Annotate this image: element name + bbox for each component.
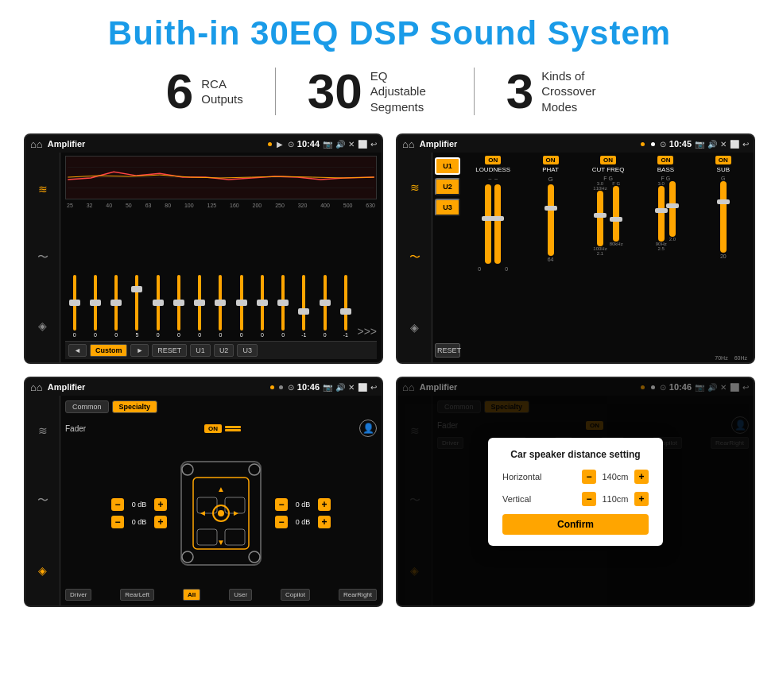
amp-sub-slider[interactable] xyxy=(720,181,727,253)
fader-specialty-tab[interactable]: Specialty xyxy=(112,400,158,413)
fader-right-minus-2[interactable]: − xyxy=(275,516,288,528)
eq-u2-btn[interactable]: U2 xyxy=(214,344,234,357)
dialog-vertical-minus[interactable]: − xyxy=(582,492,596,506)
amp-cutfreq-thumb-1[interactable] xyxy=(594,213,607,218)
eq-slider-thumb-9[interactable] xyxy=(236,300,247,306)
amp-u3-preset[interactable]: U3 xyxy=(435,199,460,216)
fader-left-minus-2[interactable]: − xyxy=(111,516,124,528)
fader-right-plus-1[interactable]: + xyxy=(318,498,331,511)
dialog-horizontal-minus[interactable]: − xyxy=(582,470,596,484)
amp-wave-icon[interactable]: 〜 xyxy=(409,250,421,265)
dialog-horizontal-plus[interactable]: + xyxy=(634,470,649,484)
eq-slider-track-12[interactable] xyxy=(302,275,305,331)
amp-sub-thumb[interactable] xyxy=(717,199,730,204)
fader-user-btn[interactable]: User xyxy=(229,589,252,601)
eq-slider-thumb-4[interactable] xyxy=(131,286,142,292)
eq-slider-track-7[interactable] xyxy=(198,275,201,331)
fader-sidebar-speaker-icon[interactable]: ◈ xyxy=(38,564,47,577)
amp-phat-thumb[interactable] xyxy=(545,206,557,211)
eq-slider-thumb-2[interactable] xyxy=(90,300,101,306)
eq-slider-track-8[interactable] xyxy=(219,275,222,331)
eq-slider-track-14[interactable] xyxy=(344,275,347,331)
eq-slider-track-10[interactable] xyxy=(261,275,264,331)
amp-phat-slider[interactable] xyxy=(548,184,554,256)
amp-u2-preset[interactable]: U2 xyxy=(435,178,460,195)
amp-home-icon[interactable]: ⌂ xyxy=(402,138,415,150)
fader-back-icon[interactable]: ↩ xyxy=(370,383,377,392)
fader-common-tab[interactable]: Common xyxy=(65,400,109,413)
eq-sidebar-eq-icon[interactable]: ≋ xyxy=(38,183,48,195)
eq-back-icon[interactable]: ↩ xyxy=(370,140,377,149)
eq-slider-thumb-3[interactable] xyxy=(110,300,122,306)
amp-cutfreq-slider-2[interactable] xyxy=(613,186,619,242)
fader-left-minus-1[interactable]: − xyxy=(111,498,124,511)
fader-driver-btn[interactable]: Driver xyxy=(65,589,91,601)
eq-slider-thumb-7[interactable] xyxy=(194,300,205,306)
freq-500: 500 xyxy=(343,203,353,208)
eq-slider-track-1[interactable] xyxy=(73,275,76,331)
amp-bass-slider-1[interactable] xyxy=(658,186,665,242)
amp-bass-on[interactable]: ON xyxy=(657,156,673,164)
eq-slider-thumb-10[interactable] xyxy=(257,300,268,306)
eq-slider-thumb-11[interactable] xyxy=(277,300,289,306)
amp-phat-label: PHAT xyxy=(542,166,559,173)
fader-left-plus-2[interactable]: + xyxy=(154,516,167,528)
amp-loudness-thumb-2[interactable] xyxy=(491,216,504,221)
fader-copilot-btn[interactable]: Copilot xyxy=(281,589,310,601)
eq-slider-track-11[interactable] xyxy=(281,275,285,331)
amp-loudness-on[interactable]: ON xyxy=(485,156,501,164)
amp-phat-on[interactable]: ON xyxy=(543,156,559,164)
amp-bass-slider-2[interactable] xyxy=(669,181,676,237)
eq-more-icon[interactable]: >>> xyxy=(358,325,378,338)
eq-slider-thumb-12[interactable] xyxy=(298,308,309,315)
fader-sidebar-wave-icon[interactable]: 〜 xyxy=(37,493,48,508)
fader-on-badge[interactable]: ON xyxy=(204,424,222,433)
amp-u1-preset[interactable]: U1 xyxy=(435,157,460,175)
amp-loudness-slider-1[interactable] xyxy=(485,184,491,264)
amp-reset-btn[interactable]: RESET xyxy=(435,343,460,358)
amp-speaker-icon[interactable]: ◈ xyxy=(410,321,419,334)
eq-play-btn[interactable]: ► xyxy=(130,344,149,357)
eq-home-icon[interactable]: ⌂ xyxy=(30,138,43,150)
eq-slider-thumb-14[interactable] xyxy=(340,308,351,315)
fader-user-icon[interactable]: 👤 xyxy=(359,420,377,437)
eq-slider-thumb-6[interactable] xyxy=(173,300,184,306)
fader-left-plus-1[interactable]: + xyxy=(154,498,167,511)
amp-back-icon[interactable]: ↩ xyxy=(742,140,749,149)
eq-reset-btn[interactable]: RESET xyxy=(152,344,187,357)
eq-slider-thumb-8[interactable] xyxy=(215,300,226,306)
eq-custom-btn[interactable]: Custom xyxy=(90,344,128,357)
eq-slider-thumb-13[interactable] xyxy=(320,300,331,306)
amp-cutfreq-slider-1[interactable] xyxy=(597,191,603,246)
eq-slider-track-9[interactable] xyxy=(240,275,243,331)
eq-prev-btn[interactable]: ◄ xyxy=(68,344,87,357)
fader-rearright-btn[interactable]: RearRight xyxy=(339,589,377,601)
eq-sidebar-wave-icon[interactable]: 〜 xyxy=(37,250,48,265)
dialog-confirm-button[interactable]: Confirm xyxy=(502,514,649,535)
fader-rearleft-btn[interactable]: RearLeft xyxy=(120,589,154,601)
eq-u1-btn[interactable]: U1 xyxy=(190,344,211,357)
amp-bass-thumb-1[interactable] xyxy=(655,208,668,213)
eq-sidebar-vol-icon[interactable]: ◈ xyxy=(38,319,47,332)
eq-slider-track-6[interactable] xyxy=(177,275,180,331)
eq-slider-track-3[interactable] xyxy=(114,275,118,331)
amp-loudness-slider-2[interactable] xyxy=(494,184,501,264)
amp-eq-icon[interactable]: ≋ xyxy=(410,181,420,194)
eq-slider-track-5[interactable] xyxy=(157,275,160,331)
eq-u3-btn[interactable]: U3 xyxy=(237,344,258,357)
eq-slider-track-13[interactable] xyxy=(324,275,327,331)
eq-slider-thumb-5[interactable] xyxy=(153,300,164,306)
fader-right-plus-2[interactable]: + xyxy=(318,516,331,528)
eq-slider-thumb-1[interactable] xyxy=(69,300,80,306)
fader-sidebar-eq-icon[interactable]: ≋ xyxy=(38,424,48,437)
fader-right-minus-1[interactable]: − xyxy=(275,498,288,511)
eq-slider-track-2[interactable] xyxy=(94,275,97,331)
amp-cutfreq-on[interactable]: ON xyxy=(600,156,616,164)
fader-all-btn[interactable]: All xyxy=(183,589,200,601)
eq-slider-track-4[interactable] xyxy=(135,275,138,331)
amp-bass-thumb-2[interactable] xyxy=(666,203,679,208)
fader-home-icon[interactable]: ⌂ xyxy=(30,381,43,393)
dialog-vertical-plus[interactable]: + xyxy=(634,492,649,506)
amp-cutfreq-thumb-2[interactable] xyxy=(610,217,622,222)
amp-sub-on[interactable]: ON xyxy=(715,156,731,164)
